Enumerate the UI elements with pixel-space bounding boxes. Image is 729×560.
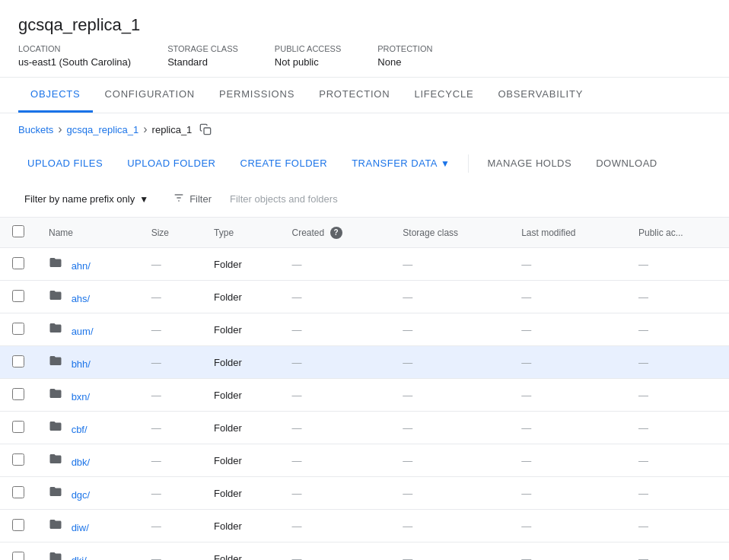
folder-icon [49,256,62,272]
meta-value: None [377,56,432,68]
row-checkbox-0[interactable] [12,257,24,269]
download-button[interactable]: DOWNLOAD [587,151,667,175]
create-folder-button[interactable]: CREATE FOLDER [231,151,337,175]
row-public-access-cell: — [626,346,729,379]
folder-link[interactable]: dgc/ [72,489,91,501]
tab-observability[interactable]: OBSERVABILITY [485,78,595,113]
row-checkbox-1[interactable] [12,290,24,302]
row-checkbox-cell [0,477,37,510]
row-storage-class-cell: — [390,281,509,313]
filter-lines-icon [173,192,185,206]
created-help-icon[interactable]: ? [330,227,342,239]
table-row: bxn/ — Folder — — — — [0,379,729,412]
row-type-cell: Folder [202,281,279,313]
meta-value: us-east1 (South Carolina) [18,56,131,68]
row-last-modified-cell: — [509,281,626,313]
select-all-checkbox[interactable] [12,225,24,237]
copy-icon[interactable] [199,123,212,135]
filter-button[interactable]: Filter [167,187,218,211]
folder-link[interactable]: dbk/ [72,457,91,468]
row-checkbox-9[interactable] [12,552,24,561]
objects-table-container: Name Size Type Created ? Storage class L… [0,218,729,560]
folder-icon [49,485,62,501]
select-all-header [0,218,37,248]
meta-value: Not public [275,56,341,68]
row-last-modified-cell: — [509,412,626,444]
row-last-modified-cell: — [509,477,626,510]
folder-icon [49,321,62,338]
toolbar-separator [468,154,469,173]
row-public-access-cell: — [626,510,729,542]
folder-icon [49,517,62,534]
row-checkbox-cell [0,510,37,542]
tab-protection[interactable]: PROTECTION [307,78,402,113]
tab-permissions[interactable]: PERMISSIONS [207,78,307,113]
row-storage-class-cell: — [390,477,509,510]
table-row: aum/ — Folder — — — — [0,313,729,346]
row-public-access-cell: — [626,444,729,477]
row-checkbox-8[interactable] [12,519,24,531]
row-name-cell: cbf/ [37,412,139,444]
row-size-cell: — [139,510,202,542]
meta-item-location: Locationus-east1 (South Carolina) [18,44,131,68]
breadcrumb-sep-1: › [58,123,62,136]
folder-link[interactable]: cbf/ [72,424,88,435]
folder-link[interactable]: ahs/ [72,293,91,304]
tab-objects[interactable]: OBJECTS [18,78,93,113]
manage-holds-button[interactable]: MANAGE HOLDS [478,151,581,175]
row-created-cell: — [280,510,391,542]
row-size-cell: — [139,542,202,561]
tabs-nav: OBJECTSCONFIGURATIONPERMISSIONSPROTECTIO… [0,78,729,113]
row-checkbox-2[interactable] [12,323,24,335]
tab-lifecycle[interactable]: LIFECYCLE [402,78,485,113]
transfer-data-button[interactable]: TRANSFER DATA ▼ [342,151,459,175]
row-type-cell: Folder [202,444,279,477]
breadcrumb-sep-2: › [143,123,147,136]
row-checkbox-cell [0,313,37,346]
row-name-cell: ahn/ [37,248,139,281]
breadcrumb-bucket-link[interactable]: gcsqa_replica_1 [67,124,139,135]
row-last-modified-cell: — [509,313,626,346]
folder-link[interactable]: bxn/ [72,391,91,402]
row-checkbox-cell [0,248,37,281]
row-name-cell: bxn/ [37,379,139,412]
tab-configuration[interactable]: CONFIGURATION [93,78,208,113]
upload-files-button[interactable]: UPLOAD FILES [18,151,112,175]
filter-dropdown[interactable]: Filter by name prefix only ▼ [18,189,154,209]
row-public-access-cell: — [626,542,729,561]
row-size-cell: — [139,412,202,444]
row-checkbox-3[interactable] [12,355,24,368]
row-created-cell: — [280,313,391,346]
meta-label: Public access [275,44,341,53]
upload-folder-button[interactable]: UPLOAD FOLDER [118,151,224,175]
row-type-cell: Folder [202,510,279,542]
row-checkbox-4[interactable] [12,388,24,400]
breadcrumb-buckets-link[interactable]: Buckets [18,124,53,135]
filter-dropdown-label: Filter by name prefix only [24,193,135,205]
row-size-cell: — [139,248,202,281]
table-row: dki/ — Folder — — — — [0,542,729,561]
toolbar: UPLOAD FILES UPLOAD FOLDER CREATE FOLDER… [0,145,729,181]
row-checkbox-5[interactable] [12,421,24,433]
row-public-access-cell: — [626,379,729,412]
row-type-cell: Folder [202,477,279,510]
row-checkbox-cell [0,346,37,379]
table-header: Name Size Type Created ? Storage class L… [0,218,729,248]
folder-link[interactable]: bhh/ [72,358,91,370]
table-row: cbf/ — Folder — — — — [0,412,729,444]
folder-link[interactable]: aum/ [72,326,94,337]
folder-link[interactable]: diw/ [72,522,89,533]
row-size-cell: — [139,444,202,477]
col-name-header: Name [37,218,139,248]
row-created-cell: — [280,281,391,313]
filter-input-placeholder[interactable]: Filter objects and folders [230,190,711,208]
folder-link[interactable]: dki/ [72,555,87,560]
row-storage-class-cell: — [390,248,509,281]
objects-table: Name Size Type Created ? Storage class L… [0,218,729,560]
folder-icon [49,452,62,469]
row-type-cell: Folder [202,379,279,412]
row-checkbox-6[interactable] [12,453,24,466]
folder-link[interactable]: ahn/ [72,260,91,272]
row-checkbox-7[interactable] [12,486,24,498]
row-type-cell: Folder [202,248,279,281]
